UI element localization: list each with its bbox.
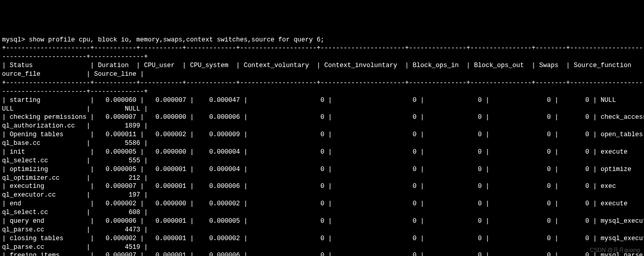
watermark: CSDN @月月guang [590,246,640,254]
terminal-output: mysql> show profile cpu, block io, memor… [2,36,642,257]
